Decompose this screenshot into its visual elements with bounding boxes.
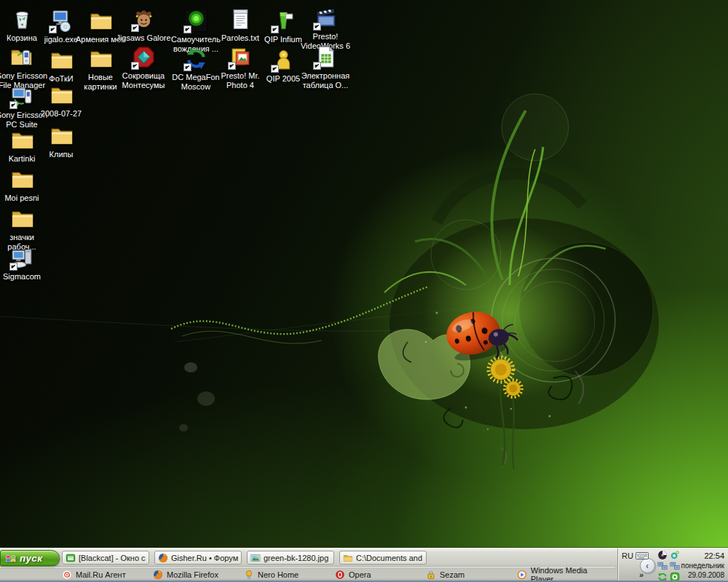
clock-weekday: понедельник [681,562,724,570]
taskbar-button-explorer-documents[interactable]: C:\Documents and Se... [339,551,427,565]
clock-date: 29.09.2008 [681,571,724,579]
clapper-icon [314,6,338,30]
desktop-icon-label: Сокровища Монтесумы [116,71,171,89]
start-button[interactable]: пуск [0,550,60,567]
tray-webcam-icon[interactable] [669,571,681,582]
language-bar-chevron[interactable]: » [639,570,644,579]
spreadsheet-icon [314,45,338,69]
text-file-icon [229,7,253,31]
computer-icon [10,246,34,270]
recycle-bin-icon [10,7,34,31]
shortcut-arrow-icon [131,62,139,70]
quick-launch-toolbar: Mail.Ru АгентMozilla FirefoxNero HomeOpe… [62,568,608,581]
quicklaunch-label: Sezam [440,570,464,579]
quicklaunch-windows-media-player[interactable]: Windows Media Player [517,568,608,581]
desktop-icon-label: QIP Infium [264,35,302,44]
desktop-icon-electronnaya-tablitsa[interactable]: Электронная таблица О... [298,45,353,89]
taskbar-button-blackcat[interactable]: [Blackcat] - Окно соо... [62,551,149,565]
desktop-icon-znachki-raboch[interactable]: значки рабоч... [0,207,50,251]
language-switcher[interactable]: RU [622,551,649,560]
shortcut-arrow-icon [313,62,321,70]
tray-qip-icon[interactable] [657,549,668,560]
shortcut-arrow-icon [131,24,139,32]
quicklaunch-mozilla-firefox[interactable]: Mozilla Firefox [153,568,244,581]
photo-stack-icon [229,45,253,69]
taskbar-button-label: [Blackcat] - Окно соо... [79,554,146,562]
desktop-icon-folder-2008-07-27[interactable]: 2008-07-27 [33,83,89,119]
desktop-icon-label: Электронная таблица О... [298,71,353,89]
quicklaunch-mailru-agent[interactable]: Mail.Ru Агент [62,568,153,581]
language-indicator[interactable]: RU [622,551,633,560]
system-tray: RU » ‹ 22:54 понедельник 29.09.2008 [617,549,728,582]
desktop-wallpaper: Корзинаjigalo.exeАрмения мояJigsaws Galo… [0,0,728,548]
desktop-icon-presto-videoworks[interactable]: Presto! VideoWorks 6 [298,6,353,50]
desktop-icon-label: Moi pesni [4,194,39,203]
desktop-icon-label: ФоТкИ [49,74,73,84]
se-folder-phone-icon [10,45,34,69]
folder-small-icon [343,553,353,563]
qip-cup-icon [272,9,296,33]
phone-pc-icon [10,84,34,108]
taskbar-button-label: C:\Documents and Se... [356,554,423,562]
lock-icon [426,570,436,580]
shortcut-arrow-icon [183,63,191,71]
quicklaunch-sezam[interactable]: Sezam [426,568,517,581]
taskbar-button-label: green-bk-1280.jpg - ... [264,554,331,562]
start-button-label: пуск [20,553,42,564]
shortcut-arrow-icon [9,263,17,271]
tray-network-1-icon[interactable] [657,560,668,571]
shortcut-arrow-icon [49,25,57,33]
jester-icon [132,7,156,31]
desktop-icon-sokrovishcha-montezumy[interactable]: Сокровища Монтесумы [116,45,171,89]
desktop-icon-moi-pesni[interactable]: Moi pesni [0,167,50,203]
folder-icon [10,207,34,231]
mailru-at-icon [62,570,72,580]
tray-sync-icon[interactable] [657,571,668,582]
firefox-small-icon [158,553,168,563]
taskbar-button-label: Gisher.Ru • Форум - ... [171,554,238,562]
nero-lamp-icon [244,570,254,580]
taskbar-button-green-bk-image[interactable]: green-bk-1280.jpg - ... [247,551,334,565]
desktop-icon-sigmacom[interactable]: Sigmacom [0,246,50,282]
folder-icon [10,167,34,191]
chevron-left-icon: ‹ [646,561,649,571]
clock[interactable]: 22:54 понедельник 29.09.2008 [681,549,728,582]
tray-messenger-icon[interactable] [669,549,681,560]
folder-icon [50,48,74,72]
desktop-icon-label: Sigmacom [3,272,41,282]
keyboard-icon[interactable] [636,551,649,560]
shortcut-arrow-icon [313,23,321,31]
quicklaunch-opera[interactable]: Opera [335,568,426,581]
shortcut-arrow-icon [183,25,191,33]
desktop-icon-label: Kartinki [9,154,36,164]
taskbar-window-buttons: [Blackcat] - Окно соо...Gisher.Ru • Фору… [62,551,427,565]
image-file-icon [250,553,261,563]
shortcut-arrow-icon [271,25,279,33]
shortcut-arrow-icon [9,101,17,109]
shortcut-arrow-icon [228,62,236,70]
clock-time: 22:54 [681,551,724,560]
red-gem-icon [132,45,156,69]
sync-green-blue-icon [184,47,208,71]
desktop-icon-label: Клипы [50,150,74,159]
folder-icon [89,9,113,33]
desktop-icon-label: Корзина [7,33,37,43]
desktop-icon-label: Paroles.txt [221,33,259,43]
desktop-icon-klipy[interactable]: Клипы [33,124,89,159]
monitor-cd-icon [50,9,74,33]
language-bar: RU » [620,549,640,582]
taskbar-button-gisher-forum[interactable]: Gisher.Ru • Форум - ... [154,551,242,565]
tray-icons [657,549,681,582]
desktop-icon-label: 2008-07-27 [41,109,82,119]
firefox-small-icon [153,570,163,580]
desktop-icon-jigsaws-galore[interactable]: Jigsaws Galore [116,7,171,43]
quicklaunch-nero-home[interactable]: Nero Home [244,568,335,581]
tray-network-2-icon[interactable] [669,560,681,571]
qip-man-icon [272,48,296,72]
im-window-icon [66,553,76,563]
folder-icon [50,83,74,107]
quicklaunch-label: Mail.Ru Агент [76,570,126,579]
quicklaunch-label: Mozilla Firefox [167,570,218,579]
folder-icon [50,124,74,148]
folder-icon [10,128,34,152]
